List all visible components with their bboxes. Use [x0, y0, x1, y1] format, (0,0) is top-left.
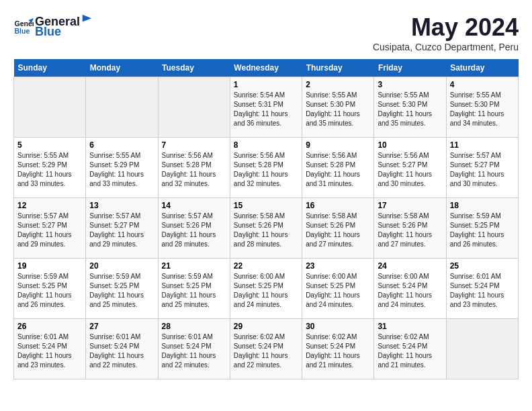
day-cell-1-1: 6Sunrise: 5:55 AM Sunset: 5:29 PM Daylig… — [86, 138, 158, 198]
day-cell-0-2 — [158, 77, 230, 138]
day-info: Sunrise: 5:56 AM Sunset: 5:27 PM Dayligh… — [378, 151, 442, 189]
day-info: Sunrise: 5:57 AM Sunset: 5:27 PM Dayligh… — [17, 212, 82, 249]
day-info: Sunrise: 6:01 AM Sunset: 5:24 PM Dayligh… — [89, 332, 154, 370]
day-info: Sunrise: 5:58 AM Sunset: 5:26 PM Dayligh… — [306, 212, 370, 249]
calendar-table: Sunday Monday Tuesday Wednesday Thursday… — [13, 59, 519, 379]
day-info: Sunrise: 6:00 AM Sunset: 5:25 PM Dayligh… — [306, 272, 370, 310]
day-number: 21 — [162, 261, 226, 271]
day-cell-2-6: 18Sunrise: 5:59 AM Sunset: 5:25 PM Dayli… — [446, 198, 518, 259]
month-title: May 2024 — [373, 13, 519, 42]
location: Cusipata, Cuzco Department, Peru — [373, 42, 519, 52]
calendar-header: Sunday Monday Tuesday Wednesday Thursday… — [14, 59, 519, 77]
week-row-2: 5Sunrise: 5:55 AM Sunset: 5:29 PM Daylig… — [14, 138, 519, 198]
day-cell-0-0 — [14, 77, 86, 138]
day-number: 16 — [306, 201, 370, 210]
day-info: Sunrise: 5:58 AM Sunset: 5:26 PM Dayligh… — [234, 212, 298, 249]
day-info: Sunrise: 6:02 AM Sunset: 5:24 PM Dayligh… — [306, 332, 370, 370]
week-row-4: 19Sunrise: 5:59 AM Sunset: 5:25 PM Dayli… — [14, 259, 519, 319]
day-cell-4-1: 27Sunrise: 6:01 AM Sunset: 5:24 PM Dayli… — [86, 319, 158, 379]
day-number: 14 — [162, 201, 226, 210]
day-number: 3 — [378, 80, 442, 89]
day-info: Sunrise: 5:57 AM Sunset: 5:27 PM Dayligh… — [89, 212, 154, 249]
day-number: 2 — [306, 80, 370, 89]
day-info: Sunrise: 5:54 AM Sunset: 5:31 PM Dayligh… — [234, 91, 298, 128]
day-number: 31 — [378, 322, 442, 331]
day-cell-2-4: 16Sunrise: 5:58 AM Sunset: 5:26 PM Dayli… — [302, 198, 374, 259]
day-number: 26 — [17, 322, 82, 331]
day-cell-2-2: 14Sunrise: 5:57 AM Sunset: 5:26 PM Dayli… — [158, 198, 230, 259]
day-info: Sunrise: 6:01 AM Sunset: 5:24 PM Dayligh… — [17, 332, 82, 370]
day-info: Sunrise: 6:02 AM Sunset: 5:24 PM Dayligh… — [234, 332, 298, 370]
day-cell-3-0: 19Sunrise: 5:59 AM Sunset: 5:25 PM Dayli… — [14, 259, 86, 319]
day-info: Sunrise: 5:58 AM Sunset: 5:26 PM Dayligh… — [378, 212, 442, 249]
day-number: 12 — [17, 201, 82, 210]
svg-text:Blue: Blue — [15, 27, 30, 35]
day-cell-3-5: 24Sunrise: 6:00 AM Sunset: 5:24 PM Dayli… — [374, 259, 446, 319]
day-cell-4-0: 26Sunrise: 6:01 AM Sunset: 5:24 PM Dayli… — [14, 319, 86, 379]
day-number: 19 — [17, 261, 82, 271]
title-block: May 2024 Cusipata, Cuzco Department, Per… — [373, 13, 519, 52]
col-thursday: Thursday — [302, 59, 374, 77]
day-cell-2-3: 15Sunrise: 5:58 AM Sunset: 5:26 PM Dayli… — [230, 198, 302, 259]
day-info: Sunrise: 5:57 AM Sunset: 5:27 PM Dayligh… — [450, 151, 515, 189]
day-number: 5 — [17, 140, 82, 150]
col-monday: Monday — [86, 59, 158, 77]
day-cell-4-3: 29Sunrise: 6:02 AM Sunset: 5:24 PM Dayli… — [230, 319, 302, 379]
day-cell-4-5: 31Sunrise: 6:02 AM Sunset: 5:24 PM Dayli… — [374, 319, 446, 379]
col-friday: Friday — [374, 59, 446, 77]
day-cell-0-4: 2Sunrise: 5:55 AM Sunset: 5:30 PM Daylig… — [302, 77, 374, 138]
day-cell-2-0: 12Sunrise: 5:57 AM Sunset: 5:27 PM Dayli… — [14, 198, 86, 259]
day-number: 24 — [378, 261, 442, 271]
day-info: Sunrise: 5:57 AM Sunset: 5:26 PM Dayligh… — [162, 212, 226, 249]
day-info: Sunrise: 6:01 AM Sunset: 5:24 PM Dayligh… — [162, 332, 226, 370]
day-cell-3-6: 25Sunrise: 6:01 AM Sunset: 5:24 PM Dayli… — [446, 259, 518, 319]
day-number: 6 — [89, 140, 154, 150]
day-number: 30 — [306, 322, 370, 331]
day-info: Sunrise: 5:55 AM Sunset: 5:29 PM Dayligh… — [17, 151, 82, 189]
day-cell-4-6 — [446, 319, 518, 379]
day-cell-1-3: 8Sunrise: 5:56 AM Sunset: 5:28 PM Daylig… — [230, 138, 302, 198]
logo-icon: General Blue — [13, 16, 34, 36]
day-info: Sunrise: 6:00 AM Sunset: 5:24 PM Dayligh… — [378, 272, 442, 310]
logo-flag-icon — [81, 13, 93, 26]
day-cell-1-4: 9Sunrise: 5:56 AM Sunset: 5:28 PM Daylig… — [302, 138, 374, 198]
day-number: 15 — [234, 201, 298, 210]
day-info: Sunrise: 6:01 AM Sunset: 5:24 PM Dayligh… — [450, 272, 515, 310]
day-number: 13 — [89, 201, 154, 210]
col-tuesday: Tuesday — [158, 59, 230, 77]
week-row-5: 26Sunrise: 6:01 AM Sunset: 5:24 PM Dayli… — [14, 319, 519, 379]
page-header: General Blue General Blue May 2024 Cusip… — [13, 13, 519, 52]
day-cell-2-5: 17Sunrise: 5:58 AM Sunset: 5:26 PM Dayli… — [374, 198, 446, 259]
day-cell-3-1: 20Sunrise: 5:59 AM Sunset: 5:25 PM Dayli… — [86, 259, 158, 319]
day-info: Sunrise: 5:56 AM Sunset: 5:28 PM Dayligh… — [234, 151, 298, 189]
day-info: Sunrise: 6:02 AM Sunset: 5:24 PM Dayligh… — [378, 332, 442, 370]
day-cell-1-0: 5Sunrise: 5:55 AM Sunset: 5:29 PM Daylig… — [14, 138, 86, 198]
day-cell-3-3: 22Sunrise: 6:00 AM Sunset: 5:25 PM Dayli… — [230, 259, 302, 319]
day-number: 18 — [450, 201, 515, 210]
day-number: 23 — [306, 261, 370, 271]
day-cell-0-6: 4Sunrise: 5:55 AM Sunset: 5:30 PM Daylig… — [446, 77, 518, 138]
day-number: 22 — [234, 261, 298, 271]
day-cell-1-2: 7Sunrise: 5:56 AM Sunset: 5:28 PM Daylig… — [158, 138, 230, 198]
header-row: Sunday Monday Tuesday Wednesday Thursday… — [14, 59, 519, 77]
day-cell-4-4: 30Sunrise: 6:02 AM Sunset: 5:24 PM Dayli… — [302, 319, 374, 379]
day-info: Sunrise: 5:55 AM Sunset: 5:29 PM Dayligh… — [89, 151, 154, 189]
day-cell-0-1 — [86, 77, 158, 138]
day-info: Sunrise: 5:56 AM Sunset: 5:28 PM Dayligh… — [162, 151, 226, 189]
day-number: 8 — [234, 140, 298, 150]
day-info: Sunrise: 5:55 AM Sunset: 5:30 PM Dayligh… — [306, 91, 370, 128]
day-cell-2-1: 13Sunrise: 5:57 AM Sunset: 5:27 PM Dayli… — [86, 198, 158, 259]
day-number: 17 — [378, 201, 442, 210]
day-number: 11 — [450, 140, 515, 150]
day-info: Sunrise: 5:59 AM Sunset: 5:25 PM Dayligh… — [162, 272, 226, 310]
calendar-body: 1Sunrise: 5:54 AM Sunset: 5:31 PM Daylig… — [14, 77, 519, 379]
day-cell-0-3: 1Sunrise: 5:54 AM Sunset: 5:31 PM Daylig… — [230, 77, 302, 138]
day-info: Sunrise: 5:59 AM Sunset: 5:25 PM Dayligh… — [89, 272, 154, 310]
day-cell-4-2: 28Sunrise: 6:01 AM Sunset: 5:24 PM Dayli… — [158, 319, 230, 379]
day-number: 4 — [450, 80, 515, 89]
day-cell-1-5: 10Sunrise: 5:56 AM Sunset: 5:27 PM Dayli… — [374, 138, 446, 198]
day-cell-1-6: 11Sunrise: 5:57 AM Sunset: 5:27 PM Dayli… — [446, 138, 518, 198]
day-info: Sunrise: 6:00 AM Sunset: 5:25 PM Dayligh… — [234, 272, 298, 310]
day-number: 9 — [306, 140, 370, 150]
svg-marker-3 — [83, 15, 92, 22]
